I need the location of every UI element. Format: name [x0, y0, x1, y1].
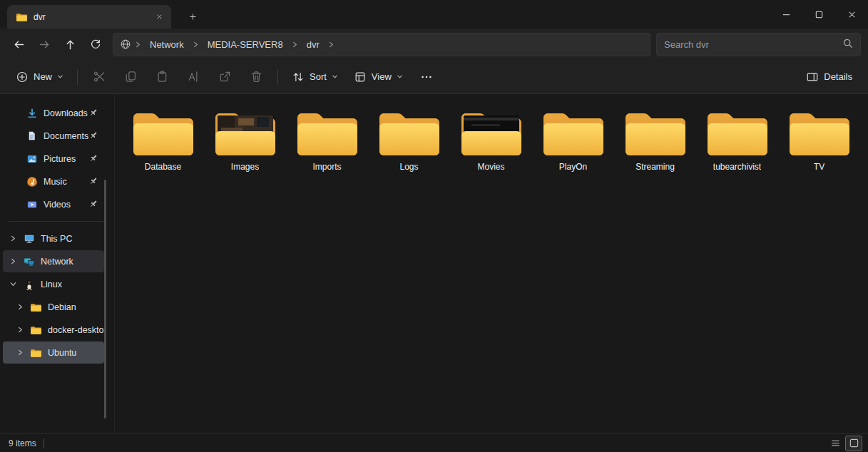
folder-item[interactable]: Movies [450, 104, 532, 172]
folder-name: Images [231, 162, 259, 172]
view-icon [354, 71, 367, 83]
sidebar-item-this-pc[interactable]: This PC [3, 227, 104, 250]
close-icon [155, 12, 164, 21]
folder-item[interactable]: Images [204, 104, 286, 172]
folder-icon [621, 106, 690, 160]
pin-icon [88, 153, 98, 165]
tab-close-button[interactable] [151, 9, 167, 25]
music-icon [26, 175, 38, 188]
forward-button[interactable] [31, 32, 57, 56]
folder-icon [293, 106, 362, 160]
globe-icon [119, 38, 131, 51]
chevron-right-icon[interactable] [290, 41, 300, 48]
status-thumbnail-view-button[interactable] [845, 436, 862, 451]
breadcrumb-item-network[interactable]: Network [145, 37, 189, 52]
view-button[interactable]: View [347, 64, 410, 90]
sidebar-item-videos[interactable]: Videos [3, 193, 104, 215]
copy-icon [124, 70, 138, 83]
folder-item[interactable]: PlayOn [532, 104, 614, 172]
sort-icon [292, 71, 305, 83]
rename-button[interactable] [178, 64, 208, 90]
folder-item[interactable]: Logs [368, 104, 450, 172]
chevron-right-icon[interactable] [16, 349, 24, 357]
new-button-label: New [34, 71, 52, 82]
folder-item[interactable]: Database [122, 104, 204, 172]
pin-icon [88, 130, 98, 143]
maximize-button[interactable] [802, 0, 835, 29]
status-list-view-button[interactable] [827, 436, 844, 451]
folder-icon [30, 346, 42, 359]
new-button[interactable]: New [9, 64, 71, 90]
sort-button[interactable]: Sort [285, 64, 345, 90]
documents-icon [26, 130, 38, 142]
chevron-right-icon[interactable] [16, 303, 24, 312]
sidebar-item-pictures[interactable]: Pictures [3, 148, 104, 170]
details-button[interactable]: Details [799, 64, 859, 90]
folder-item[interactable]: tubearchivist [696, 104, 778, 172]
this-pc-icon [23, 232, 35, 245]
sidebar-item-ubuntu[interactable]: Ubuntu [3, 341, 104, 364]
sidebar-scrollbar[interactable] [104, 180, 106, 418]
folder-item[interactable]: TV [778, 104, 860, 172]
search-box[interactable] [656, 33, 861, 56]
delete-button[interactable] [241, 64, 271, 90]
folder-icon [16, 12, 28, 22]
share-button[interactable] [210, 64, 240, 90]
chevron-down-icon [57, 73, 63, 80]
search-icon[interactable] [842, 38, 853, 51]
chevron-right-icon[interactable] [16, 326, 24, 334]
sidebar-item-music[interactable]: Music [3, 170, 104, 192]
up-icon [64, 38, 76, 51]
content-area: Downloads Documents Pictures [0, 94, 868, 433]
new-plus-icon [16, 71, 29, 83]
breadcrumb-item-media-server8[interactable]: MEDIA-SERVER8 [203, 37, 288, 52]
sidebar-item-downloads[interactable]: Downloads [3, 102, 104, 124]
sidebar-item-linux[interactable]: Linux [3, 273, 104, 295]
sidebar-item-network[interactable]: Network [3, 250, 104, 272]
folder-icon [539, 106, 608, 160]
new-tab-button[interactable] [183, 7, 203, 26]
sidebar-item-documents[interactable]: Documents [3, 125, 104, 147]
details-button-label: Details [824, 71, 852, 82]
breadcrumb-bar[interactable]: Network MEDIA-SERVER8 dvr [113, 33, 650, 56]
explorer-tab[interactable]: dvr [7, 5, 171, 29]
status-separator [44, 438, 44, 448]
chevron-down-icon[interactable] [9, 280, 17, 289]
copy-button[interactable] [116, 64, 145, 90]
titlebar: dvr [0, 0, 868, 29]
folder-item[interactable]: Streaming [614, 104, 696, 172]
chevron-right-icon[interactable] [191, 41, 200, 48]
folder-icon-with-thumbnail [211, 106, 280, 160]
folder-icon [30, 301, 42, 313]
refresh-icon [90, 38, 101, 50]
refresh-button[interactable] [83, 32, 108, 56]
paste-icon [155, 70, 169, 83]
more-button[interactable] [412, 64, 441, 90]
paste-button[interactable] [147, 64, 177, 90]
pin-icon [88, 199, 98, 211]
navigation-bar: Network MEDIA-SERVER8 dvr [0, 29, 868, 60]
videos-icon [26, 198, 38, 210]
close-button[interactable] [835, 0, 868, 29]
cut-button[interactable] [84, 64, 114, 90]
folder-name: TV [814, 162, 824, 172]
search-input[interactable] [664, 39, 842, 50]
chevron-right-icon[interactable] [9, 235, 17, 243]
chevron-down-icon [397, 73, 403, 80]
sidebar-item-debian[interactable]: Debian [3, 296, 104, 318]
back-button[interactable] [6, 32, 31, 56]
sidebar-item-docker-desktop[interactable]: docker-deskto [3, 319, 104, 341]
breadcrumb-item-dvr[interactable]: dvr [302, 37, 325, 52]
folder-item[interactable]: Imports [286, 104, 368, 172]
chevron-right-icon[interactable] [9, 257, 17, 266]
up-button[interactable] [57, 32, 83, 56]
chevron-right-icon[interactable] [133, 41, 143, 48]
sidebar-item-label: Debian [48, 302, 104, 312]
chevron-right-icon[interactable] [327, 41, 336, 48]
file-list: Database Images Imports [115, 94, 868, 433]
folder-name: PlayOn [559, 162, 587, 172]
status-bar: 9 items [0, 433, 868, 452]
minimize-button[interactable] [770, 0, 802, 29]
folder-name: Movies [477, 162, 504, 172]
chevron-down-icon [332, 73, 338, 80]
